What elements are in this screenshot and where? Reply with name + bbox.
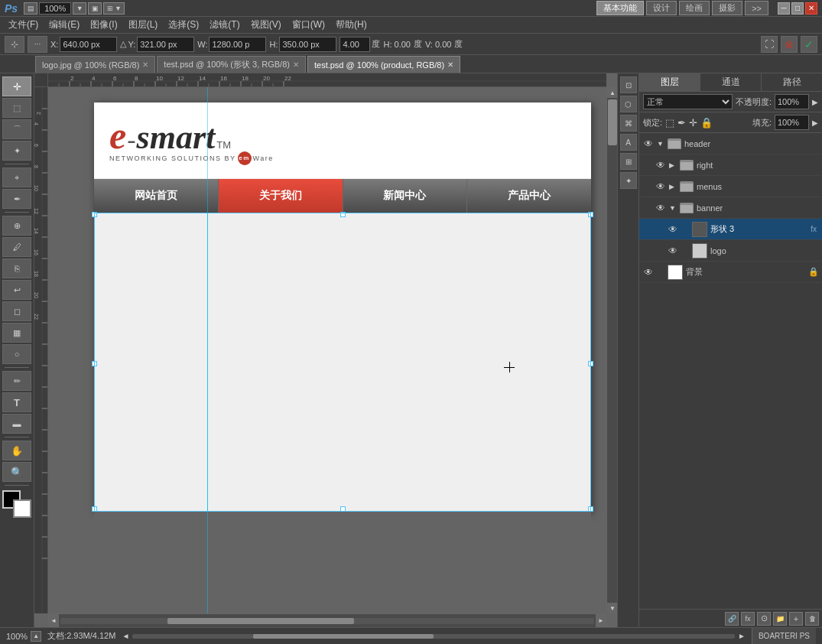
maximize-btn[interactable]: □ — [791, 2, 804, 15]
crop-tool[interactable]: ⌖ — [2, 168, 31, 187]
layer-eye-right[interactable]: 👁 — [655, 159, 667, 171]
panel-folder-btn[interactable]: 📁 — [773, 612, 787, 626]
layer-item-shape3[interactable]: 👁 形状 3 fx — [639, 219, 822, 240]
layer-item-bg[interactable]: 👁 背景 🔒 — [639, 262, 822, 283]
scroll-v-down[interactable]: ▼ — [607, 603, 617, 613]
nav-product[interactable]: 产品中心 — [467, 179, 591, 213]
angle-input[interactable] — [340, 37, 370, 52]
layer-expand-header[interactable]: ▼ — [657, 140, 666, 148]
menu-help[interactable]: 帮助(H) — [330, 17, 372, 33]
menu-edit[interactable]: 编辑(E) — [44, 17, 85, 33]
history-panel-btn[interactable]: ⊡ — [620, 76, 637, 93]
close-btn[interactable]: ✕ — [805, 2, 817, 15]
tab-logo[interactable]: logo.jpg @ 100% (RGB/8) ✕ — [35, 56, 155, 73]
lock-move-icon[interactable]: ✛ — [689, 117, 697, 128]
clone-tool[interactable]: ⎘ — [2, 259, 31, 278]
layer-item-right[interactable]: 👁 ▶ right — [639, 154, 822, 176]
tab-test-product-close[interactable]: ✕ — [447, 60, 453, 69]
opacity-arrow[interactable]: ▶ — [812, 98, 818, 106]
channels-tab[interactable]: 通道 — [700, 73, 762, 91]
scroll-v-up[interactable]: ▲ — [607, 87, 617, 98]
heal-tool[interactable]: ⊕ — [2, 216, 31, 236]
menu-file[interactable]: 文件(F) — [3, 17, 44, 33]
scroll-h-left[interactable]: ◄ — [48, 614, 59, 628]
tab-test-shape[interactable]: test.psd @ 100% (形状 3, RGB/8) ✕ — [157, 56, 306, 73]
panel-adjustment-btn[interactable]: ⊙ — [757, 612, 771, 626]
menu-select[interactable]: 选择(S) — [163, 17, 204, 33]
status-nav-next[interactable]: ► — [738, 632, 746, 640]
horizontal-scrollbar[interactable]: ◄ ► — [48, 613, 606, 627]
panel-fx-btn[interactable]: fx — [741, 612, 755, 626]
workspace-paint-btn[interactable]: 绘画 — [679, 1, 710, 15]
move-tool[interactable]: ✛ — [2, 76, 31, 96]
paths-tab[interactable]: 路径 — [762, 73, 822, 91]
hand-tool[interactable]: ✋ — [2, 441, 31, 460]
gradient-tool[interactable]: ▦ — [2, 323, 31, 343]
layer-eye-bg[interactable]: 👁 — [642, 266, 655, 278]
blend-mode-select[interactable]: 正常 — [643, 94, 733, 109]
layer-item-menus[interactable]: 👁 ▶ menus — [639, 176, 822, 197]
menu-window[interactable]: 窗口(W) — [287, 17, 330, 33]
zoom-btn[interactable]: ▼ — [73, 2, 86, 15]
x-input[interactable] — [60, 37, 117, 52]
nav-home[interactable]: 网站首页 — [94, 179, 219, 213]
lock-transparent-icon[interactable]: ⬚ — [665, 117, 674, 128]
layer-eye-menus[interactable]: 👁 — [655, 181, 667, 193]
layer-expand-menus[interactable]: ▶ — [669, 183, 678, 190]
lock-paint-icon[interactable]: ✒ — [677, 117, 686, 128]
nav-about[interactable]: 关于我们 — [219, 179, 343, 213]
brush-tool[interactable]: 🖊 — [2, 237, 31, 257]
dodge-tool[interactable]: ○ — [2, 344, 31, 364]
layer-expand-banner[interactable]: ▼ — [669, 204, 678, 212]
workspace-design-btn[interactable]: 设计 — [646, 1, 677, 15]
tab-logo-close[interactable]: ✕ — [142, 60, 148, 69]
workspace-photo-btn[interactable]: 摄影 — [712, 1, 742, 15]
fill-arrow[interactable]: ▶ — [812, 119, 818, 127]
zoom-tool[interactable]: 🔍 — [2, 462, 31, 482]
status-zoom-icon[interactable]: ▲ — [31, 631, 41, 642]
workspace-more-btn[interactable]: >> — [745, 1, 768, 15]
sample-icon[interactable]: ⛶ — [761, 36, 778, 53]
panel-new-layer-btn[interactable]: + — [789, 612, 803, 626]
panel-link-btn[interactable]: 🔗 — [725, 612, 739, 626]
tool3-btn[interactable]: ⌘ — [620, 115, 637, 132]
eraser-tool[interactable]: ◻ — [2, 301, 31, 321]
status-scroll-thumb[interactable] — [253, 634, 434, 639]
layers-tab[interactable]: 图层 — [639, 73, 700, 91]
scroll-v-thumb[interactable] — [608, 99, 617, 145]
layer-eye-header[interactable]: 👁 — [642, 138, 655, 150]
arrange-btn[interactable]: ⊞ ▼ — [103, 2, 125, 15]
color-panel-btn[interactable]: ⬡ — [620, 96, 637, 112]
text-tool[interactable]: T — [2, 392, 31, 412]
history-tool[interactable]: ↩ — [2, 280, 31, 300]
w-input[interactable] — [209, 37, 266, 52]
tab-test-shape-close[interactable]: ✕ — [293, 60, 299, 69]
layer-item-banner[interactable]: 👁 ▼ banner — [639, 197, 822, 219]
lasso-tool[interactable]: ⌒ — [2, 119, 31, 139]
menu-icon-btn[interactable]: ▤ — [24, 2, 37, 15]
vertical-scrollbar[interactable]: ▲ ▼ — [606, 87, 617, 613]
menu-layer[interactable]: 图层(L) — [123, 17, 164, 33]
layer-expand-right[interactable]: ▶ — [669, 161, 678, 169]
fill-input[interactable] — [775, 115, 809, 130]
scroll-h-thumb[interactable] — [167, 618, 354, 624]
status-nav-prev[interactable]: ◄ — [122, 632, 129, 640]
marquee-tool[interactable]: ⬚ — [2, 98, 31, 118]
menu-image[interactable]: 图像(I) — [85, 17, 122, 33]
pen-tool[interactable]: ✏ — [2, 371, 31, 391]
tool4-btn[interactable]: A — [620, 134, 637, 151]
opacity-input[interactable] — [775, 94, 809, 109]
layer-item-logo[interactable]: 👁 logo — [639, 240, 822, 262]
status-scroll-track[interactable] — [132, 634, 735, 639]
cancel-transform-btn[interactable]: ⊗ — [781, 36, 798, 53]
scroll-h-track[interactable] — [60, 618, 594, 624]
menu-view[interactable]: 视图(V) — [245, 17, 287, 33]
y-input[interactable] — [137, 37, 194, 52]
layer-eye-banner[interactable]: 👁 — [655, 202, 667, 214]
menu-filter[interactable]: 滤镜(T) — [204, 17, 245, 33]
scroll-h-right[interactable]: ► — [596, 614, 606, 628]
layer-eye-logo[interactable]: 👁 — [667, 245, 679, 257]
layer-item-header[interactable]: 👁 ▼ header — [639, 133, 822, 154]
eyedropper-tool[interactable]: ✒ — [2, 189, 31, 209]
panel-delete-btn[interactable]: 🗑 — [805, 612, 819, 626]
